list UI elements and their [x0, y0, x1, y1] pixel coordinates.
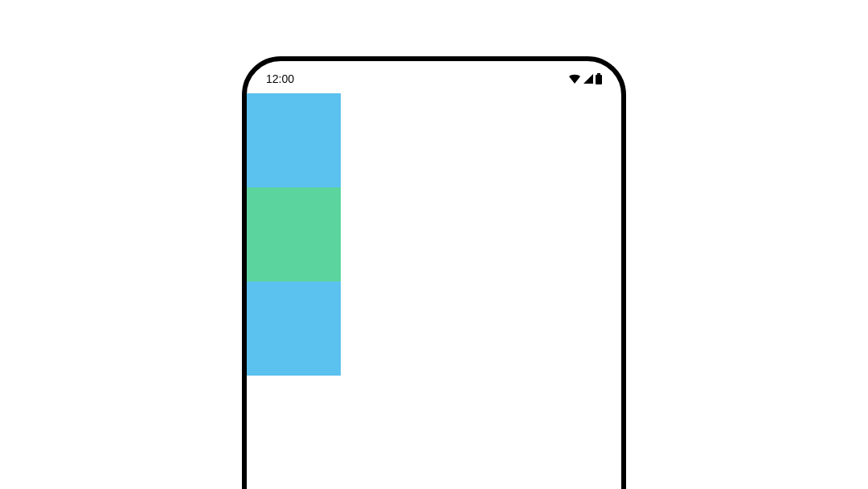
battery-icon: [596, 73, 602, 84]
svg-rect-1: [597, 73, 600, 75]
phone-frame: 12:00: [242, 56, 626, 489]
svg-rect-0: [596, 75, 602, 84]
box-middle: [247, 187, 341, 281]
box-bottom: [247, 281, 341, 376]
status-bar: 12:00: [247, 61, 621, 93]
box-column: [247, 93, 341, 376]
content-area: [247, 93, 621, 376]
wifi-icon: [568, 73, 581, 84]
status-icons: [568, 73, 602, 84]
box-top: [247, 93, 341, 187]
signal-icon: [583, 73, 594, 84]
status-time: 12:00: [266, 72, 294, 85]
